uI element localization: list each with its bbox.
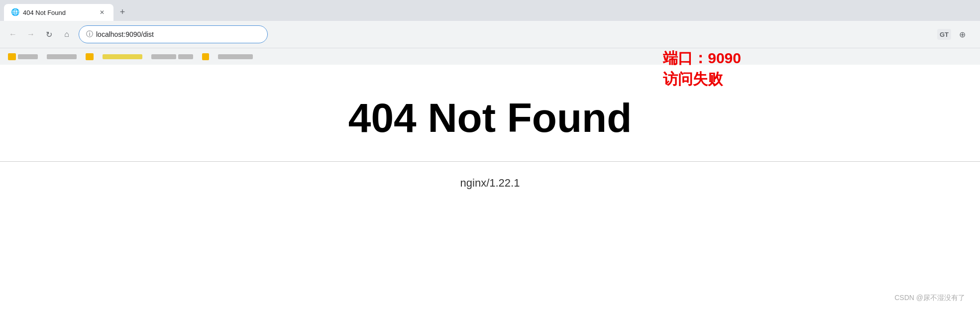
tab-close-button[interactable]: ✕ — [98, 8, 107, 17]
tab-favicon: 🌐 — [11, 8, 19, 16]
bookmark-label — [47, 54, 77, 59]
annotation-line1: 端口：9090 — [663, 48, 741, 69]
browser-window: 🌐 404 Not Found ✕ + ← → ↻ ⌂ ⓘ localhost:… — [0, 0, 980, 309]
translate-button[interactable]: GT — [937, 29, 951, 40]
browser-chrome: 🌐 404 Not Found ✕ + ← → ↻ ⌂ ⓘ localhost:… — [0, 0, 980, 65]
bookmark-item[interactable] — [99, 52, 146, 61]
url-bar[interactable]: ⓘ localhost:9090/dist — [79, 25, 268, 43]
bookmark-folder-icon — [86, 53, 94, 60]
bookmark-item[interactable] — [214, 52, 257, 61]
tab-bar: 🌐 404 Not Found ✕ + — [0, 0, 980, 21]
bookmark-label — [151, 54, 176, 59]
zoom-button[interactable]: ⊕ — [954, 26, 970, 42]
back-button[interactable]: ← — [5, 26, 21, 42]
nav-buttons: ← → ↻ ⌂ — [5, 26, 75, 42]
divider — [0, 161, 980, 162]
translate-icon: GT — [940, 31, 949, 38]
home-button[interactable]: ⌂ — [59, 26, 75, 42]
bookmark-folder-icon — [202, 53, 209, 60]
bookmark-label — [103, 54, 142, 59]
bookmark-item[interactable] — [43, 52, 81, 61]
bookmark-label — [218, 54, 253, 59]
reload-button[interactable]: ↻ — [41, 26, 57, 42]
right-icons: GT ⊕ — [937, 26, 970, 42]
annotation-line2: 访问失败 — [663, 69, 741, 90]
url-text: localhost:9090/dist — [96, 30, 154, 38]
bookmarks-bar — [0, 48, 980, 65]
bookmark-item[interactable] — [198, 51, 213, 62]
active-tab[interactable]: 🌐 404 Not Found ✕ — [4, 4, 113, 21]
zoom-icon: ⊕ — [959, 30, 966, 39]
new-tab-button[interactable]: + — [115, 5, 129, 19]
bookmark-item[interactable] — [4, 51, 42, 62]
watermark: CSDN @尿不湿没有了 — [894, 294, 965, 303]
bookmark-folder-icon — [8, 53, 16, 60]
bookmark-item[interactable] — [82, 51, 98, 62]
bookmark-item[interactable] — [147, 52, 197, 61]
tab-title: 404 Not Found — [23, 9, 94, 16]
secure-icon: ⓘ — [86, 30, 93, 39]
annotation-overlay: 端口：9090 访问失败 — [663, 48, 741, 90]
forward-button[interactable]: → — [23, 26, 39, 42]
server-info: nginx/1.22.1 — [460, 177, 520, 190]
bookmark-label — [18, 54, 38, 59]
error-heading: 404 Not Found — [348, 95, 632, 141]
bookmark-label — [178, 54, 193, 59]
page-content: 404 Not Found nginx/1.22.1 CSDN @尿不湿没有了 — [0, 65, 980, 309]
address-bar: ← → ↻ ⌂ ⓘ localhost:9090/dist 端口：9090 访问… — [0, 21, 980, 48]
